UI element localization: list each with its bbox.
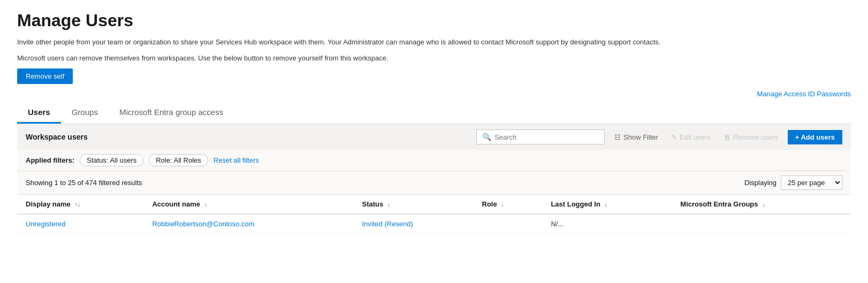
tab-groups[interactable]: Groups [61, 102, 109, 124]
cell-display-name: Unregistered [17, 214, 143, 234]
remove-self-section: Remove self [17, 68, 851, 84]
applied-filters-label: Applied filters: [26, 156, 74, 164]
cell-entra-groups [672, 214, 851, 234]
manage-access-link[interactable]: Manage Access ID Passwords [757, 90, 851, 98]
table-row: Unregistered RobbieRobertson@Contoso.com… [17, 214, 851, 234]
results-summary: Showing 1 to 25 of 474 filtered results [26, 179, 142, 187]
displaying-label: Displaying [744, 179, 776, 187]
col-entra-groups[interactable]: Microsoft Entra Groups ↓ [672, 195, 851, 214]
display-name-link[interactable]: Unregistered [26, 220, 65, 228]
results-right: Displaying 25 per page 50 per page 100 p… [744, 175, 842, 190]
filter-icon: ☷ [614, 133, 621, 141]
status-resend-link[interactable]: (Resend) [384, 220, 413, 228]
toolbar: Workspace users 🔍 ☷ Show Filter ✎ Edit u… [17, 124, 851, 150]
filter-chip-role[interactable]: Role: All Roles [149, 154, 208, 166]
toolbar-actions: 🔍 ☷ Show Filter ✎ Edit users 🗑 Remove us… [476, 129, 842, 144]
col-status[interactable]: Status ↓ [353, 195, 473, 214]
cell-status: Invited (Resend) [353, 214, 473, 234]
table-header-row: Display name ↑↓ Account name ↓ Status ↓ … [17, 195, 851, 214]
users-table: Display name ↑↓ Account name ↓ Status ↓ … [17, 195, 851, 234]
search-icon: 🔍 [482, 133, 491, 141]
remove-users-button[interactable]: 🗑 Remove users [720, 131, 781, 144]
col-role[interactable]: Role ↓ [474, 195, 543, 214]
reset-filters-link[interactable]: Reset all filters [214, 156, 259, 164]
account-name-link[interactable]: RobbieRobertson@Contoso.com [152, 220, 254, 228]
table-container: Display name ↑↓ Account name ↓ Status ↓ … [17, 195, 851, 234]
page-title: Manage Users [17, 11, 851, 30]
tabs-container: Users Groups Microsoft Entra group acces… [17, 102, 851, 124]
cell-last-logged-in: N/... [542, 214, 672, 234]
search-box[interactable]: 🔍 [476, 129, 605, 144]
sort-icon-last-logged-in: ↓ [604, 201, 607, 208]
tab-users[interactable]: Users [17, 102, 61, 124]
search-input[interactable] [494, 133, 599, 141]
trash-icon: 🗑 [724, 133, 730, 141]
edit-icon: ✎ [671, 133, 677, 141]
add-users-button[interactable]: + Add users [788, 130, 842, 144]
sort-icon-entra-groups: ↓ [762, 201, 765, 208]
sort-icon-display-name: ↑↓ [74, 201, 80, 208]
show-filter-button[interactable]: ☷ Show Filter [611, 131, 661, 144]
workspace-users-label: Workspace users [26, 133, 88, 141]
description-2: Microsoft users can remove themselves fr… [17, 53, 851, 64]
description-1: Invite other people from your team or or… [17, 37, 851, 48]
cell-role [474, 214, 543, 234]
sort-icon-account-name: ↓ [204, 201, 208, 208]
tab-entra[interactable]: Microsoft Entra group access [109, 102, 234, 124]
filter-chip-status[interactable]: Status: All users [80, 154, 143, 166]
col-account-name[interactable]: Account name ↓ [143, 195, 353, 214]
sort-icon-role: ↓ [501, 201, 504, 208]
results-bar: Showing 1 to 25 of 474 filtered results … [17, 171, 851, 195]
page-container: Manage Users Invite other people from yo… [0, 0, 868, 244]
col-last-logged-in[interactable]: Last Logged In ↓ [542, 195, 672, 214]
sort-icon-status: ↓ [387, 201, 391, 208]
remove-self-button[interactable]: Remove self [17, 68, 73, 84]
cell-account-name: RobbieRobertson@Contoso.com [143, 214, 353, 234]
edit-users-button[interactable]: ✎ Edit users [668, 131, 714, 144]
per-page-select[interactable]: 25 per page 50 per page 100 per page [781, 175, 842, 190]
col-display-name[interactable]: Display name ↑↓ [17, 195, 143, 214]
manage-access-section: Manage Access ID Passwords [17, 89, 851, 98]
filter-bar: Applied filters: Status: All users Role:… [17, 150, 851, 171]
